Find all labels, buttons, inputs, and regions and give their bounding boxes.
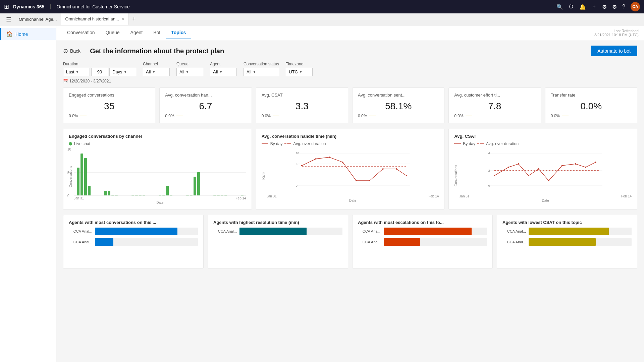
kpi-footer: 0.0%: [358, 114, 439, 118]
legend-line: [454, 143, 461, 144]
tab-close-icon[interactable]: ✕: [121, 17, 124, 21]
kpi-footer: 0.0%: [454, 114, 535, 118]
bar: [190, 195, 193, 195]
bar: [131, 195, 134, 195]
kpi-trend-indicator: [273, 116, 279, 116]
chevron-down-icon: ▼: [253, 70, 256, 74]
x-axis-label: Date: [459, 199, 632, 202]
hbar-row: CCA Anal...: [358, 238, 487, 246]
kpi-title: Avg. conversation han...: [165, 93, 246, 98]
bar: [84, 158, 87, 195]
hbar-fill: [384, 238, 420, 246]
channel-dropdown[interactable]: All ▼: [143, 68, 170, 76]
kpi-card: Avg. conversation sent... 58.1% 0.0%: [352, 87, 444, 123]
queue-dropdown[interactable]: All ▼: [176, 68, 203, 76]
main-content: Conversation Queue Agent Bot Topics Last…: [56, 25, 644, 362]
bar: [104, 191, 107, 195]
kpi-trend-indicator: [562, 116, 569, 116]
tab-topics[interactable]: Topics: [166, 26, 191, 39]
kpi-footer: 0.0%: [262, 114, 342, 118]
back-button[interactable]: ⊙ Back: [63, 47, 80, 55]
home-icon: 🏠: [6, 31, 13, 37]
apps-icon[interactable]: ⊞: [4, 3, 9, 10]
kpi-title: Engaged conversations: [69, 93, 150, 98]
kpi-footer: 0.0%: [551, 114, 632, 118]
hamburger-menu[interactable]: ☰: [3, 13, 15, 25]
recent-icon[interactable]: ⏱: [569, 4, 574, 10]
conv-status-dropdown[interactable]: All ▼: [244, 68, 279, 76]
add-tab-button[interactable]: +: [129, 13, 139, 25]
svg-point-28: [538, 168, 539, 170]
bar: [77, 168, 79, 195]
svg-text:5: 5: [296, 162, 298, 166]
sidebar: 🏠 Home: [0, 25, 56, 362]
tab-agent[interactable]: Agent: [125, 26, 148, 39]
settings-icon[interactable]: ⚙: [612, 4, 617, 10]
chart-row: Engaged conversations by channel Live ch…: [63, 129, 637, 209]
svg-text:0: 0: [296, 184, 298, 187]
duration-last-dropdown[interactable]: Last ▼: [63, 68, 90, 76]
hbar-fill: [384, 228, 472, 235]
tab-omnichannel-hist[interactable]: Omnichannel historical an... ✕: [61, 13, 128, 25]
hbar-track: [529, 238, 632, 246]
bottom-chart-card: Agents with most escalations on this to.…: [352, 215, 493, 268]
automate-to-bot-button[interactable]: Automate to bot: [591, 46, 637, 56]
sidebar-item-home[interactable]: 🏠 Home: [0, 28, 56, 40]
duration-unit-dropdown[interactable]: Days ▼: [109, 68, 136, 76]
svg-point-15: [396, 168, 397, 170]
new-icon[interactable]: ＋: [591, 3, 597, 10]
tab-queue[interactable]: Queue: [100, 26, 125, 39]
hbar-label: CCA Anal...: [502, 229, 526, 233]
svg-point-14: [382, 168, 384, 170]
svg-text:0: 0: [488, 184, 490, 187]
search-icon[interactable]: 🔍: [556, 4, 563, 10]
bar: [115, 195, 118, 195]
filters: Duration Last ▼ Days ▼ Channe: [63, 62, 637, 76]
svg-point-11: [342, 162, 343, 163]
chart-legend: By day Avg. over duration: [262, 141, 439, 146]
kpi-title: Avg. customer effort ti...: [454, 93, 535, 98]
chevron-down-icon: ▼: [152, 70, 155, 74]
tab-conversation[interactable]: Conversation: [62, 26, 100, 39]
chevron-down-icon: ▼: [219, 70, 222, 74]
kpi-value: 7.8: [454, 101, 535, 112]
hbar-row: CCA Anal...: [358, 228, 487, 235]
agent-dropdown[interactable]: All ▼: [210, 68, 237, 76]
tab-omnichannel-age[interactable]: Omnichannel Age...: [15, 13, 61, 25]
timezone-dropdown[interactable]: UTC ▼: [286, 68, 313, 76]
kpi-value: 35: [69, 101, 150, 112]
kpi-footer: 0.0%: [165, 114, 246, 118]
duration-value-input[interactable]: [91, 68, 108, 76]
tab-bot[interactable]: Bot: [148, 26, 166, 39]
kpi-title: Transfer rate: [551, 93, 632, 98]
bar: [88, 186, 91, 195]
timezone-filter: Timezone UTC ▼: [286, 62, 313, 76]
svg-point-8: [301, 165, 303, 166]
bar: [139, 195, 142, 195]
hbar-fill: [529, 228, 609, 235]
conv-status-filter: Conversation status All ▼: [244, 62, 279, 76]
bar: [111, 195, 114, 195]
back-icon: ⊙: [63, 47, 68, 55]
kpi-pct: 0.0%: [454, 114, 463, 118]
svg-point-27: [528, 175, 529, 176]
svg-point-12: [356, 180, 357, 181]
help-icon[interactable]: ?: [622, 4, 625, 10]
kpi-value: 0.0%: [551, 101, 632, 112]
avg-csat-chart: Avg. CSAT By day Avg. over duration Conv…: [448, 129, 637, 209]
legend-dot: [69, 142, 72, 145]
filter-icon[interactable]: ⚙: [602, 4, 607, 10]
kpi-title: Avg. CSAT: [262, 93, 342, 98]
bar: [162, 195, 165, 195]
svg-text:2: 2: [488, 169, 490, 172]
notifications-icon[interactable]: 🔔: [579, 4, 586, 10]
line-chart-svg: 10 5 0: [267, 149, 439, 192]
svg-point-13: [369, 180, 370, 181]
hbar-track: [384, 238, 487, 246]
avg-conv-handle-time-chart: Avg. conversation handle time (min) By d…: [256, 129, 445, 209]
avatar[interactable]: CA: [631, 2, 640, 11]
chart-legend: Live chat: [69, 141, 246, 146]
hbar-fill: [95, 238, 113, 246]
bar: [217, 195, 220, 195]
bar: [80, 154, 83, 195]
